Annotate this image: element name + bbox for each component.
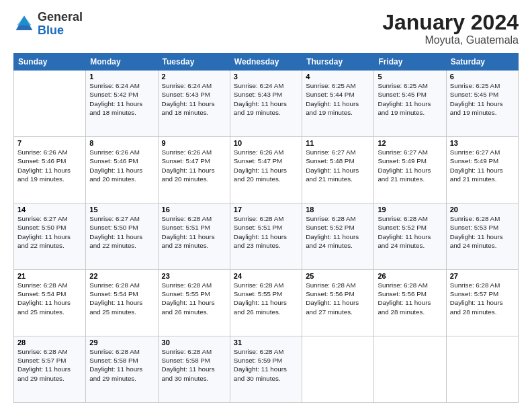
day-info: Sunrise: 6:27 AM Sunset: 5:50 PM Dayligh… <box>17 214 82 250</box>
day-info: Sunrise: 6:28 AM Sunset: 5:56 PM Dayligh… <box>306 281 370 316</box>
day-cell <box>14 71 86 137</box>
day-info: Sunrise: 6:25 AM Sunset: 5:44 PM Dayligh… <box>306 81 370 117</box>
day-cell: 23Sunrise: 6:28 AM Sunset: 5:55 PM Dayli… <box>158 270 230 336</box>
day-cell: 27Sunrise: 6:28 AM Sunset: 5:57 PM Dayli… <box>446 270 518 336</box>
day-cell: 24Sunrise: 6:28 AM Sunset: 5:55 PM Dayli… <box>230 270 302 336</box>
day-number: 20 <box>450 205 515 214</box>
month-title: January 2024 <box>382 11 519 34</box>
day-number: 30 <box>162 338 226 347</box>
day-number: 16 <box>162 205 226 214</box>
logo: General Blue <box>13 11 83 38</box>
day-number: 15 <box>89 205 154 214</box>
logo-blue: Blue <box>38 24 64 37</box>
day-cell: 31Sunrise: 6:28 AM Sunset: 5:59 PM Dayli… <box>230 336 302 403</box>
day-info: Sunrise: 6:26 AM Sunset: 5:46 PM Dayligh… <box>17 148 82 183</box>
day-number: 31 <box>234 338 298 347</box>
logo-text: General Blue <box>38 11 83 38</box>
header-sunday: Sunday <box>14 54 86 71</box>
day-cell: 9Sunrise: 6:26 AM Sunset: 5:47 PM Daylig… <box>158 137 230 203</box>
day-cell: 25Sunrise: 6:28 AM Sunset: 5:56 PM Dayli… <box>302 270 374 336</box>
day-info: Sunrise: 6:26 AM Sunset: 5:47 PM Dayligh… <box>234 148 298 183</box>
day-info: Sunrise: 6:28 AM Sunset: 5:58 PM Dayligh… <box>89 347 154 383</box>
day-number: 5 <box>378 73 442 81</box>
day-cell: 7Sunrise: 6:26 AM Sunset: 5:46 PM Daylig… <box>14 137 86 203</box>
header-row: SundayMondayTuesdayWednesdayThursdayFrid… <box>14 54 519 71</box>
day-info: Sunrise: 6:28 AM Sunset: 5:59 PM Dayligh… <box>234 347 298 383</box>
day-info: Sunrise: 6:28 AM Sunset: 5:52 PM Dayligh… <box>306 214 370 250</box>
day-number: 18 <box>306 205 370 214</box>
day-info: Sunrise: 6:28 AM Sunset: 5:57 PM Dayligh… <box>17 347 82 383</box>
day-number: 3 <box>234 73 298 81</box>
header-tuesday: Tuesday <box>158 54 230 71</box>
day-number: 23 <box>162 272 226 280</box>
day-cell: 2Sunrise: 6:24 AM Sunset: 5:43 PM Daylig… <box>158 71 230 137</box>
day-number: 26 <box>378 272 442 280</box>
day-cell: 12Sunrise: 6:27 AM Sunset: 5:49 PM Dayli… <box>374 137 446 203</box>
day-info: Sunrise: 6:28 AM Sunset: 5:54 PM Dayligh… <box>17 281 82 316</box>
location: Moyuta, Guatemala <box>382 34 519 46</box>
day-number: 2 <box>162 73 226 81</box>
day-number: 14 <box>17 205 82 214</box>
day-info: Sunrise: 6:24 AM Sunset: 5:43 PM Dayligh… <box>234 81 298 117</box>
day-number: 11 <box>306 139 370 147</box>
week-row-0: 1Sunrise: 6:24 AM Sunset: 5:42 PM Daylig… <box>14 71 519 137</box>
day-cell: 13Sunrise: 6:27 AM Sunset: 5:49 PM Dayli… <box>446 137 518 203</box>
day-info: Sunrise: 6:28 AM Sunset: 5:53 PM Dayligh… <box>450 214 515 250</box>
day-info: Sunrise: 6:27 AM Sunset: 5:50 PM Dayligh… <box>89 214 154 250</box>
day-cell: 26Sunrise: 6:28 AM Sunset: 5:56 PM Dayli… <box>374 270 446 336</box>
day-number: 9 <box>162 139 226 147</box>
title-block: January 2024 Moyuta, Guatemala <box>382 11 519 46</box>
day-cell: 19Sunrise: 6:28 AM Sunset: 5:52 PM Dayli… <box>374 203 446 270</box>
day-cell: 22Sunrise: 6:28 AM Sunset: 5:54 PM Dayli… <box>86 270 158 336</box>
day-cell: 30Sunrise: 6:28 AM Sunset: 5:58 PM Dayli… <box>158 336 230 403</box>
week-row-1: 7Sunrise: 6:26 AM Sunset: 5:46 PM Daylig… <box>14 137 519 203</box>
day-number: 7 <box>17 139 82 147</box>
day-info: Sunrise: 6:24 AM Sunset: 5:42 PM Dayligh… <box>89 81 154 117</box>
day-info: Sunrise: 6:28 AM Sunset: 5:52 PM Dayligh… <box>378 214 442 250</box>
page: General Blue January 2024 Moyuta, Guatem… <box>0 0 532 411</box>
day-cell: 6Sunrise: 6:25 AM Sunset: 5:45 PM Daylig… <box>446 71 518 137</box>
header-saturday: Saturday <box>446 54 518 71</box>
day-number: 13 <box>450 139 515 147</box>
day-info: Sunrise: 6:27 AM Sunset: 5:49 PM Dayligh… <box>450 148 515 183</box>
day-info: Sunrise: 6:28 AM Sunset: 5:54 PM Dayligh… <box>89 281 154 316</box>
day-info: Sunrise: 6:26 AM Sunset: 5:47 PM Dayligh… <box>162 148 226 183</box>
day-info: Sunrise: 6:28 AM Sunset: 5:51 PM Dayligh… <box>162 214 226 250</box>
day-info: Sunrise: 6:28 AM Sunset: 5:55 PM Dayligh… <box>162 281 226 316</box>
calendar-table: SundayMondayTuesdayWednesdayThursdayFrid… <box>13 53 519 403</box>
day-info: Sunrise: 6:27 AM Sunset: 5:49 PM Dayligh… <box>378 148 442 183</box>
week-row-2: 14Sunrise: 6:27 AM Sunset: 5:50 PM Dayli… <box>14 203 519 270</box>
day-number: 4 <box>306 73 370 81</box>
day-number: 1 <box>89 73 154 81</box>
day-info: Sunrise: 6:25 AM Sunset: 5:45 PM Dayligh… <box>378 81 442 117</box>
week-row-4: 28Sunrise: 6:28 AM Sunset: 5:57 PM Dayli… <box>14 336 519 403</box>
day-cell: 11Sunrise: 6:27 AM Sunset: 5:48 PM Dayli… <box>302 137 374 203</box>
day-number: 10 <box>234 139 298 147</box>
day-cell: 3Sunrise: 6:24 AM Sunset: 5:43 PM Daylig… <box>230 71 302 137</box>
day-info: Sunrise: 6:27 AM Sunset: 5:48 PM Dayligh… <box>306 148 370 183</box>
day-cell: 14Sunrise: 6:27 AM Sunset: 5:50 PM Dayli… <box>14 203 86 270</box>
day-cell: 28Sunrise: 6:28 AM Sunset: 5:57 PM Dayli… <box>14 336 86 403</box>
day-cell: 18Sunrise: 6:28 AM Sunset: 5:52 PM Dayli… <box>302 203 374 270</box>
day-number: 6 <box>450 73 515 81</box>
day-info: Sunrise: 6:28 AM Sunset: 5:55 PM Dayligh… <box>234 281 298 316</box>
day-cell: 16Sunrise: 6:28 AM Sunset: 5:51 PM Dayli… <box>158 203 230 270</box>
header-monday: Monday <box>86 54 158 71</box>
day-cell: 29Sunrise: 6:28 AM Sunset: 5:58 PM Dayli… <box>86 336 158 403</box>
day-info: Sunrise: 6:28 AM Sunset: 5:57 PM Dayligh… <box>450 281 515 316</box>
week-row-3: 21Sunrise: 6:28 AM Sunset: 5:54 PM Dayli… <box>14 270 519 336</box>
day-number: 28 <box>17 338 82 347</box>
day-cell <box>374 336 446 403</box>
day-number: 25 <box>306 272 370 280</box>
logo-general: General <box>38 10 83 24</box>
header-wednesday: Wednesday <box>230 54 302 71</box>
day-cell: 10Sunrise: 6:26 AM Sunset: 5:47 PM Dayli… <box>230 137 302 203</box>
day-info: Sunrise: 6:28 AM Sunset: 5:56 PM Dayligh… <box>378 281 442 316</box>
day-info: Sunrise: 6:26 AM Sunset: 5:46 PM Dayligh… <box>89 148 154 183</box>
header: General Blue January 2024 Moyuta, Guatem… <box>13 11 519 46</box>
day-number: 17 <box>234 205 298 214</box>
svg-marker-1 <box>17 15 31 25</box>
day-cell: 1Sunrise: 6:24 AM Sunset: 5:42 PM Daylig… <box>86 71 158 137</box>
day-number: 12 <box>378 139 442 147</box>
day-info: Sunrise: 6:25 AM Sunset: 5:45 PM Dayligh… <box>450 81 515 117</box>
